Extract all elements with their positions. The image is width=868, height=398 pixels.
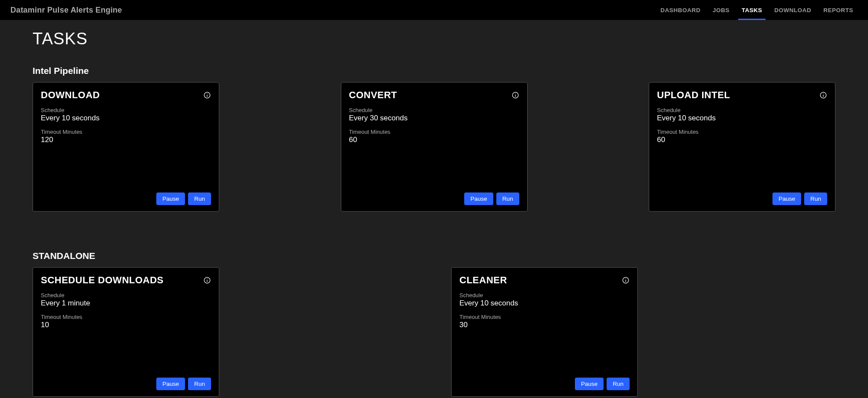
nav-item-tasks[interactable]: TASKS <box>736 0 768 20</box>
card-row: DOWNLOADScheduleEvery 10 secondsTimeout … <box>33 82 835 212</box>
svg-point-2 <box>207 93 208 94</box>
info-icon[interactable] <box>819 91 827 99</box>
svg-point-5 <box>515 93 516 94</box>
timeout-label: Timeout Minutes <box>459 314 630 320</box>
timeout-label: Timeout Minutes <box>41 314 211 320</box>
run-button[interactable]: Run <box>804 192 827 205</box>
section-title: Intel Pipeline <box>33 66 835 76</box>
schedule-value: Every 1 minute <box>41 299 211 308</box>
nav-item-reports[interactable]: REPORTS <box>817 0 859 20</box>
task-card: UPLOAD INTELScheduleEvery 10 secondsTime… <box>649 82 835 212</box>
nav-item-download[interactable]: DOWNLOAD <box>768 0 817 20</box>
task-card-title: CLEANER <box>459 275 507 286</box>
timeout-label: Timeout Minutes <box>349 129 519 135</box>
schedule-label: Schedule <box>41 107 211 113</box>
nav-item-dashboard[interactable]: DASHBOARD <box>654 0 706 20</box>
schedule-label: Schedule <box>459 292 630 298</box>
svg-point-8 <box>823 93 824 94</box>
timeout-value: 30 <box>459 321 630 329</box>
timeout-label: Timeout Minutes <box>657 129 827 135</box>
top-nav: DASHBOARDJOBSTASKSDOWNLOADREPORTS <box>654 0 859 20</box>
task-card: SCHEDULE DOWNLOADSScheduleEvery 1 minute… <box>33 267 219 397</box>
pause-button[interactable]: Pause <box>156 192 185 205</box>
svg-point-11 <box>207 279 208 279</box>
task-card: DOWNLOADScheduleEvery 10 secondsTimeout … <box>33 82 219 212</box>
task-card: CLEANERScheduleEvery 10 secondsTimeout M… <box>451 267 638 397</box>
schedule-value: Every 10 seconds <box>657 114 827 123</box>
page: TASKS Intel PipelineDOWNLOADScheduleEver… <box>0 20 868 398</box>
schedule-label: Schedule <box>657 107 827 113</box>
info-icon[interactable] <box>622 276 630 284</box>
timeout-value: 60 <box>657 136 827 144</box>
pause-button[interactable]: Pause <box>575 378 604 390</box>
schedule-value: Every 10 seconds <box>459 299 630 308</box>
brand-title: Dataminr Pulse Alerts Engine <box>10 6 122 15</box>
svg-point-14 <box>625 279 626 279</box>
task-card-title: CONVERT <box>349 90 397 101</box>
card-row: SCHEDULE DOWNLOADSScheduleEvery 1 minute… <box>33 267 835 397</box>
pause-button[interactable]: Pause <box>156 378 185 390</box>
section-title: STANDALONE <box>33 251 835 261</box>
timeout-value: 10 <box>41 321 211 329</box>
schedule-value: Every 10 seconds <box>41 114 211 123</box>
page-title: TASKS <box>33 30 835 48</box>
run-button[interactable]: Run <box>607 378 630 390</box>
task-card-title: DOWNLOAD <box>41 90 100 101</box>
info-icon[interactable] <box>203 91 211 99</box>
run-button[interactable]: Run <box>188 378 211 390</box>
timeout-value: 120 <box>41 136 211 144</box>
nav-item-jobs[interactable]: JOBS <box>706 0 736 20</box>
task-card-title: SCHEDULE DOWNLOADS <box>41 275 164 286</box>
run-button[interactable]: Run <box>188 192 211 205</box>
pause-button[interactable]: Pause <box>772 192 801 205</box>
task-card: CONVERTScheduleEvery 30 secondsTimeout M… <box>341 82 528 212</box>
run-button[interactable]: Run <box>496 192 519 205</box>
info-icon[interactable] <box>203 276 211 284</box>
task-card-title: UPLOAD INTEL <box>657 90 730 101</box>
info-icon[interactable] <box>512 91 519 99</box>
topbar: Dataminr Pulse Alerts Engine DASHBOARDJO… <box>0 0 868 20</box>
schedule-label: Schedule <box>41 292 211 298</box>
schedule-label: Schedule <box>349 107 519 113</box>
pause-button[interactable]: Pause <box>464 192 493 205</box>
timeout-label: Timeout Minutes <box>41 129 211 135</box>
timeout-value: 60 <box>349 136 519 144</box>
schedule-value: Every 30 seconds <box>349 114 519 123</box>
